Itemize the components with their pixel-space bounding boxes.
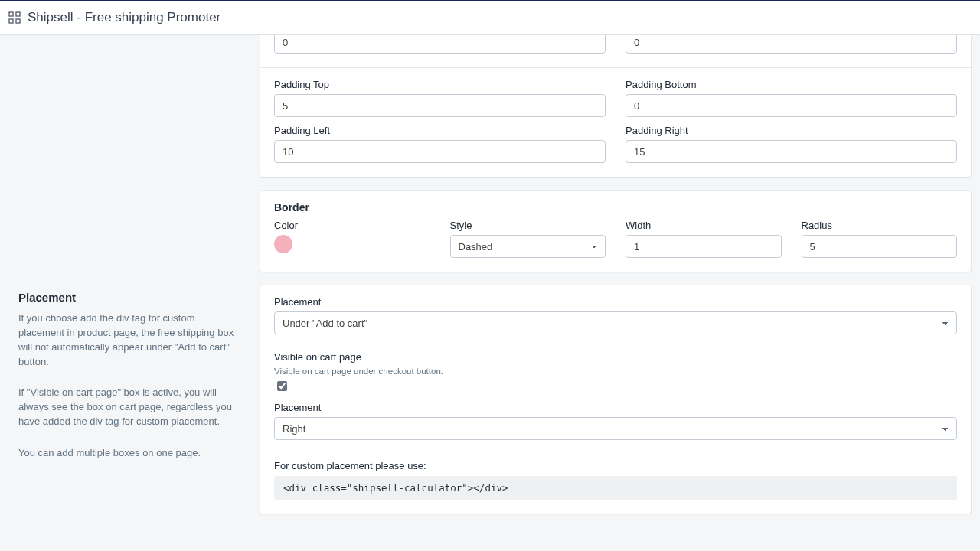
border-style-select[interactable]: Dashed <box>450 235 606 258</box>
app-grid-icon <box>8 11 21 24</box>
sidebar: Placement If you choose add the div tag … <box>0 35 260 551</box>
svg-rect-1 <box>16 12 20 16</box>
padding-right-input[interactable] <box>626 140 957 163</box>
sidebar-p2: If "Visible on cart page" box is active,… <box>18 386 242 429</box>
padding-bottom-label: Padding Bottom <box>626 79 957 90</box>
visible-cart-hint: Visible on cart page under checkout butt… <box>274 367 957 376</box>
padding-bottom-input[interactable] <box>626 94 957 117</box>
sidebar-p3: You can add multiple boxes on one page. <box>18 446 242 461</box>
margin-right-input[interactable] <box>626 35 957 54</box>
border-width-label: Width <box>626 220 782 231</box>
sidebar-p1: If you choose add the div tag for custom… <box>18 311 242 369</box>
top-bar: Shipsell - Free shipping Promoter <box>0 0 980 35</box>
border-width-input[interactable] <box>626 235 782 258</box>
border-card: Border Color Style Dashed Width <box>260 191 971 272</box>
svg-rect-2 <box>9 19 13 23</box>
border-radius-label: Radius <box>802 220 958 231</box>
spacing-card: Padding Top Padding Bottom Padding Left … <box>260 35 971 177</box>
padding-left-label: Padding Left <box>274 125 606 136</box>
svg-rect-0 <box>9 12 13 16</box>
custom-placement-label: For custom placement please use: <box>274 460 957 471</box>
placement-label-1: Placement <box>274 296 957 308</box>
border-section-title: Border <box>274 201 957 214</box>
placement-select-1[interactable]: Under "Add to cart" <box>274 311 957 334</box>
main-panel: Padding Top Padding Bottom Padding Left … <box>260 35 980 551</box>
visible-cart-label: Visible on cart page <box>274 351 957 363</box>
custom-placement-code: <div class="shipsell-calculator"></div> <box>274 476 957 500</box>
padding-left-input[interactable] <box>274 140 606 163</box>
padding-top-input[interactable] <box>274 94 606 117</box>
placement-select-2[interactable]: Right <box>274 417 957 440</box>
margin-left-input[interactable] <box>274 35 606 54</box>
padding-right-label: Padding Right <box>626 125 957 136</box>
placement-card: Placement Under "Add to cart" Visible on… <box>260 285 971 514</box>
placement-label-2: Placement <box>274 402 957 413</box>
border-color-label: Color <box>274 220 430 231</box>
page-title: Shipsell - Free shipping Promoter <box>28 10 220 25</box>
border-color-swatch[interactable] <box>274 235 292 253</box>
visible-cart-checkbox[interactable] <box>277 381 287 391</box>
padding-top-label: Padding Top <box>274 79 606 90</box>
border-style-label: Style <box>450 220 606 231</box>
sidebar-heading: Placement <box>18 291 242 304</box>
svg-rect-3 <box>16 19 20 23</box>
border-radius-input[interactable] <box>802 235 958 258</box>
content-area: Placement If you choose add the div tag … <box>0 35 980 551</box>
